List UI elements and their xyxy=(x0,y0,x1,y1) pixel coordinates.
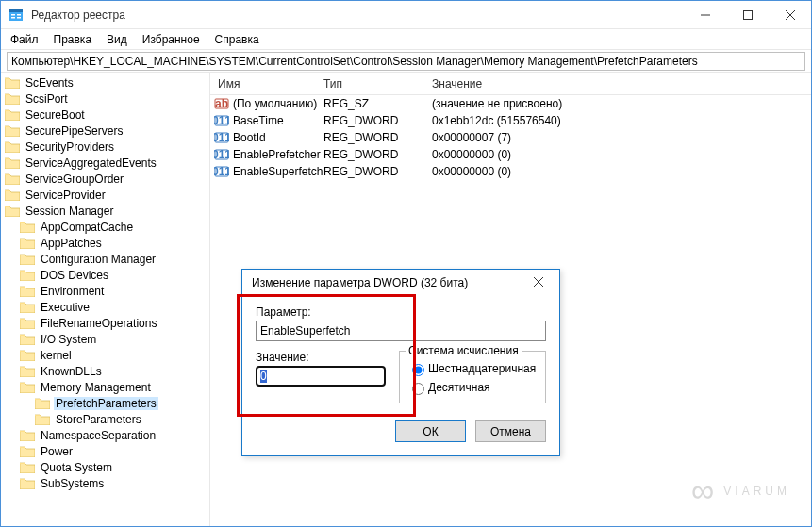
menubar: Файл Правка Вид Избранное Справка xyxy=(1,29,811,50)
svg-text:011: 011 xyxy=(214,165,229,178)
close-button[interactable] xyxy=(769,1,811,28)
svg-rect-3 xyxy=(11,17,15,19)
svg-text:ab: ab xyxy=(215,97,228,110)
maximize-button[interactable] xyxy=(726,1,769,28)
svg-rect-4 xyxy=(17,14,21,16)
column-headers: Имя Тип Значение xyxy=(210,73,811,95)
address-input[interactable] xyxy=(7,52,805,71)
svg-text:011: 011 xyxy=(214,114,229,127)
cancel-button[interactable]: Отмена xyxy=(475,420,546,442)
dialog-close-button[interactable] xyxy=(527,276,550,289)
window-controls xyxy=(684,1,811,28)
infinity-icon: ∞ xyxy=(691,472,718,509)
tree-item[interactable]: DOS Devices xyxy=(5,267,209,283)
watermark: ∞ VIARUM xyxy=(691,472,790,509)
ok-button[interactable]: ОК xyxy=(395,420,466,442)
tree-item[interactable]: Memory Management xyxy=(5,379,209,395)
tree-item[interactable]: I/O System xyxy=(5,331,209,347)
tree-item[interactable]: Executive xyxy=(5,299,209,315)
radio-hex[interactable] xyxy=(412,364,424,376)
radio-hex-label: Шестнадцатеричная xyxy=(428,362,536,375)
regedit-icon xyxy=(8,8,24,23)
dialog-titlebar: Изменение параметра DWORD (32 бита) xyxy=(242,270,559,296)
addressbar xyxy=(1,50,811,73)
tree-item[interactable]: StoreParameters xyxy=(5,411,209,427)
tree-item[interactable]: FileRenameOperations xyxy=(5,315,209,331)
svg-rect-1 xyxy=(9,9,23,12)
tree-item[interactable]: Configuration Manager xyxy=(5,251,209,267)
svg-rect-5 xyxy=(17,17,21,19)
tree-item[interactable]: Environment xyxy=(5,283,209,299)
param-label: Параметр: xyxy=(256,305,546,319)
svg-text:011: 011 xyxy=(214,131,229,144)
minimize-button[interactable] xyxy=(684,1,726,28)
tree-item[interactable]: KnownDLLs xyxy=(5,363,209,379)
tree-item[interactable]: SubSystems xyxy=(5,475,209,491)
menu-view[interactable]: Вид xyxy=(101,31,133,48)
tree-item[interactable]: SecureBoot xyxy=(5,107,209,123)
radio-hex-row[interactable]: Шестнадцатеричная xyxy=(407,361,538,376)
value-row[interactable]: 011BootIdREG_DWORD0x00000007 (7) xyxy=(210,129,811,146)
menu-file[interactable]: Файл xyxy=(5,31,44,48)
tree-item[interactable]: Quota System xyxy=(5,459,209,475)
col-value[interactable]: Значение xyxy=(432,77,811,91)
window-title: Редактор реестра xyxy=(31,8,684,22)
value-row[interactable]: 011EnableSuperfetchREG_DWORD0x00000000 (… xyxy=(210,163,811,180)
value-row[interactable]: 011BaseTimeREG_DWORD0x1ebb12dc (51557654… xyxy=(210,112,811,129)
tree-item[interactable]: PrefetchParameters xyxy=(5,395,209,411)
radio-dec-label: Десятичная xyxy=(428,381,490,394)
tree-item[interactable]: ServiceProvider xyxy=(5,187,209,203)
titlebar: Редактор реестра xyxy=(1,1,811,29)
value-input[interactable] xyxy=(256,366,386,387)
radix-group-title: Система исчисления xyxy=(406,344,522,357)
tree-item[interactable]: SecurePipeServers xyxy=(5,123,209,139)
tree-item[interactable]: ServiceAggregatedEvents xyxy=(5,155,209,171)
regedit-window: Редактор реестра Файл Правка Вид Избранн… xyxy=(0,0,812,527)
edit-dword-dialog: Изменение параметра DWORD (32 бита) Пара… xyxy=(241,269,560,456)
menu-edit[interactable]: Правка xyxy=(48,31,98,48)
menu-favorites[interactable]: Избранное xyxy=(137,31,206,48)
col-type[interactable]: Тип xyxy=(323,77,432,91)
tree-item[interactable]: NamespaceSeparation xyxy=(5,427,209,443)
value-row[interactable]: ab(По умолчанию)REG_SZ(значение не присв… xyxy=(210,95,811,112)
col-name[interactable]: Имя xyxy=(210,77,323,91)
radio-dec-row[interactable]: Десятичная xyxy=(407,380,538,395)
tree-item[interactable]: Session Manager xyxy=(5,203,209,219)
tree-item[interactable]: ScEvents xyxy=(5,74,209,91)
watermark-text: VIARUM xyxy=(723,485,790,498)
radix-group: Система исчисления Шестнадцатеричная Дес… xyxy=(399,351,546,403)
tree-item[interactable]: AppCompatCache xyxy=(5,219,209,235)
tree-item[interactable]: AppPatches xyxy=(5,235,209,251)
dialog-title: Изменение параметра DWORD (32 бита) xyxy=(252,276,527,289)
tree-item[interactable]: ServiceGroupOrder xyxy=(5,171,209,187)
menu-help[interactable]: Справка xyxy=(209,31,265,48)
value-label: Значение: xyxy=(256,351,386,364)
svg-rect-2 xyxy=(11,14,15,16)
value-row[interactable]: 011EnablePrefetcherREG_DWORD0x00000000 (… xyxy=(210,146,811,163)
tree-item[interactable]: SecurityProviders xyxy=(5,139,209,155)
radio-dec[interactable] xyxy=(412,383,424,395)
tree-item[interactable]: Power xyxy=(5,443,209,459)
svg-rect-7 xyxy=(743,10,752,19)
param-name-input[interactable] xyxy=(256,321,546,341)
tree-pane[interactable]: ScEventsScsiPortSecureBootSecurePipeServ… xyxy=(1,73,210,526)
tree-item[interactable]: ScsiPort xyxy=(5,91,209,107)
svg-text:011: 011 xyxy=(214,148,229,161)
tree-item[interactable]: kernel xyxy=(5,347,209,363)
